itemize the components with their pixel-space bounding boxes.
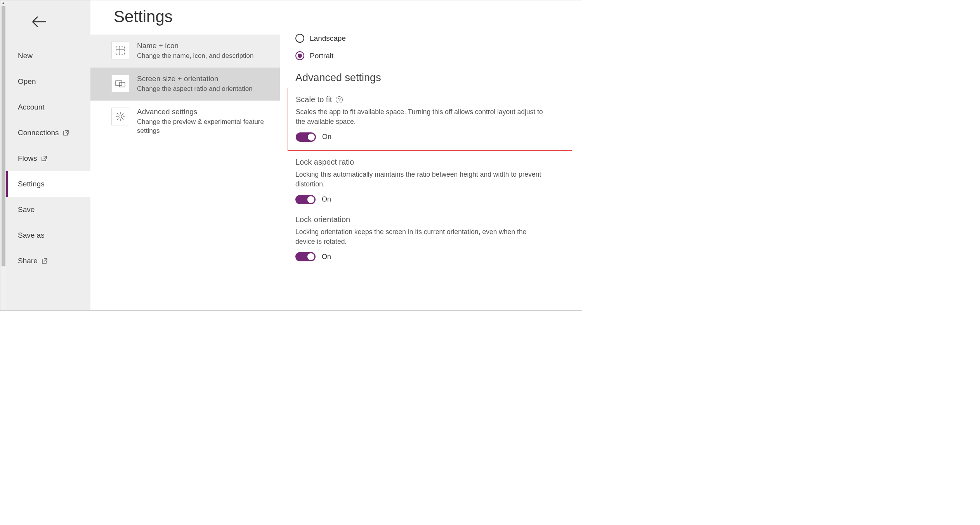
radio-icon <box>295 34 304 43</box>
setting-title: Lock orientation <box>295 215 350 224</box>
sidebar-item-account[interactable]: Account <box>6 94 90 120</box>
sidebar-item-flows[interactable]: Flows <box>6 146 90 171</box>
svg-rect-2 <box>120 82 125 87</box>
setting-desc: Locking this automatically maintains the… <box>295 170 544 189</box>
lock-aspect-toggle[interactable] <box>295 195 316 204</box>
setting-desc: Locking orientation keeps the screen in … <box>295 227 544 247</box>
settings-card-screen-size[interactable]: Screen size + orientation Change the asp… <box>90 68 280 101</box>
card-desc: Change the aspect ratio and orientation <box>137 85 253 94</box>
lock-orientation-toggle[interactable] <box>295 252 316 261</box>
sidebar-item-label: Save <box>18 205 35 214</box>
svg-rect-0 <box>116 46 125 55</box>
settings-detail-panel: Landscape Portrait Advanced settings Sca… <box>280 0 582 310</box>
sidebar-item-label: Settings <box>18 180 45 188</box>
sidebar-item-settings[interactable]: Settings <box>6 171 90 197</box>
card-desc: Change the name, icon, and description <box>137 52 254 61</box>
sidebar-item-label: Connections <box>18 129 59 137</box>
toggle-label: On <box>322 253 331 261</box>
scroll-thumb[interactable] <box>2 6 5 266</box>
sidebar-item-label: Account <box>18 103 45 111</box>
radio-label: Landscape <box>310 34 346 43</box>
external-link-icon <box>63 130 69 136</box>
radio-icon <box>295 51 304 60</box>
setting-scale-to-fit: Scale to fit ? Scales the app to fit ava… <box>296 95 564 142</box>
help-icon[interactable]: ? <box>336 96 343 103</box>
back-button[interactable] <box>6 12 90 43</box>
setting-title: Lock aspect ratio <box>295 158 354 167</box>
toggle-label: On <box>322 195 331 203</box>
card-title: Name + icon <box>137 42 254 50</box>
name-icon-icon <box>111 42 129 59</box>
sidebar-item-share[interactable]: Share <box>6 248 90 274</box>
svg-rect-1 <box>116 81 122 85</box>
sidebar-item-new[interactable]: New <box>6 43 90 69</box>
sidebar-item-save-as[interactable]: Save as <box>6 223 90 248</box>
external-link-icon <box>42 258 48 264</box>
sidebar-item-connections[interactable]: Connections <box>6 120 90 146</box>
sidebar-item-label: Flows <box>18 154 37 163</box>
card-title: Screen size + orientation <box>137 75 253 83</box>
vertical-scrollbar[interactable]: ▲ <box>0 0 6 310</box>
orientation-radio-landscape[interactable]: Landscape <box>295 34 566 43</box>
back-arrow-icon <box>31 16 47 28</box>
sidebar-item-label: Open <box>18 77 36 86</box>
scroll-up-arrow-icon[interactable]: ▲ <box>2 0 5 5</box>
setting-lock-aspect: Lock aspect ratio Locking this automatic… <box>295 158 566 204</box>
sidebar-item-label: New <box>18 52 33 60</box>
card-title: Advanced settings <box>137 108 271 116</box>
setting-lock-orientation: Lock orientation Locking orientation kee… <box>295 215 566 262</box>
settings-card-advanced[interactable]: Advanced settings Change the preview & e… <box>90 101 280 143</box>
sidebar: New Open Account Connections Flows Setti… <box>6 0 90 310</box>
orientation-radio-portrait[interactable]: Portrait <box>295 51 566 60</box>
scale-to-fit-highlight: Scale to fit ? Scales the app to fit ava… <box>288 88 572 151</box>
sidebar-item-open[interactable]: Open <box>6 69 90 94</box>
scale-to-fit-toggle[interactable] <box>296 132 316 142</box>
external-link-icon <box>41 155 47 162</box>
screen-size-icon <box>111 75 129 92</box>
card-desc: Change the preview & experimental featur… <box>137 118 271 136</box>
page-title: Settings <box>90 7 280 35</box>
sidebar-item-save[interactable]: Save <box>6 197 90 223</box>
svg-point-3 <box>119 115 122 118</box>
advanced-settings-heading: Advanced settings <box>295 72 566 84</box>
settings-categories: Settings Name + icon Change the name, ic… <box>90 0 280 310</box>
gear-icon <box>111 108 129 125</box>
radio-label: Portrait <box>310 52 333 60</box>
toggle-label: On <box>322 133 331 141</box>
setting-title: Scale to fit <box>296 95 332 104</box>
settings-card-name-icon[interactable]: Name + icon Change the name, icon, and d… <box>90 35 280 68</box>
setting-desc: Scales the app to fit available space. T… <box>296 107 544 127</box>
sidebar-item-label: Save as <box>18 231 45 240</box>
sidebar-item-label: Share <box>18 257 38 265</box>
